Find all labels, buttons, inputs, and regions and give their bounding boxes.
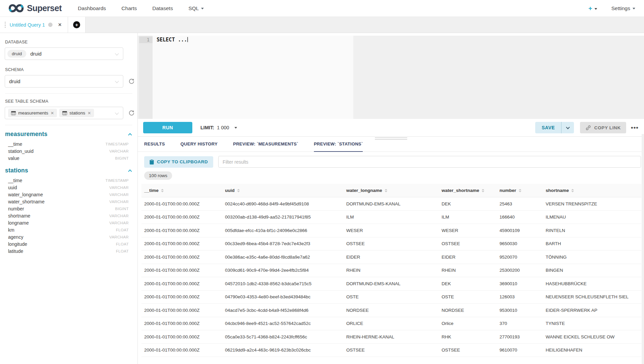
table-body: 2000-01-01T00:00:00.000Z0024cc40-d690-46… <box>141 197 641 357</box>
copy-link-label: COPY LINK <box>594 125 621 130</box>
header-cell-water_longname[interactable]: water_longname <box>344 184 439 197</box>
sort-icon[interactable] <box>161 189 164 192</box>
close-tab-icon[interactable]: ✕ <box>58 22 62 27</box>
chip-remove-icon[interactable]: ✕ <box>88 111 91 115</box>
chip-remove-icon[interactable]: ✕ <box>51 111 54 115</box>
column-name: station_uuid <box>8 148 34 154</box>
query-status-dot <box>48 23 53 27</box>
table-cell: 370 <box>497 321 543 326</box>
table-cell: BINGEN <box>543 268 641 273</box>
table-schema-select[interactable]: measurements✕stations✕ <box>5 107 123 119</box>
copy-to-clipboard-button[interactable]: COPY TO CLIPBOARD <box>144 156 213 168</box>
column-type: BIGINT <box>115 207 129 211</box>
schema-table-header-stations[interactable]: stations <box>5 167 133 174</box>
nav-menu: DashboardsChartsDatasetsSQL <box>78 5 219 11</box>
tab-results[interactable]: RESULTS <box>144 137 165 152</box>
table-chip-measurements[interactable]: measurements✕ <box>8 109 57 117</box>
brand[interactable]: Superset <box>9 3 62 13</box>
table-row: 2000-01-01T00:00:00.000Z04acd7e5-3cbc-4c… <box>141 304 641 317</box>
sort-icon[interactable] <box>385 189 387 192</box>
schema-select[interactable]: druid <box>5 75 123 88</box>
table-cell: 05ca0e33-5c71-4368-b824-2243fcff656c <box>222 334 344 339</box>
run-button[interactable]: RUN <box>143 122 192 133</box>
header-cell-water_shortname[interactable]: water_shortname <box>439 184 497 197</box>
table-row: 2000-01-01T00:00:00.000Z04572010-1db2-43… <box>141 277 641 291</box>
column-row: longitudeFLOAT <box>5 240 133 247</box>
save-button[interactable]: SAVE <box>535 122 561 133</box>
table-cell: 00e386ac-e35c-4a6e-80dd-f8cd8a9e7a62 <box>222 255 344 260</box>
header-label: uuid <box>225 188 235 193</box>
editor-text-area[interactable]: 1 SELECT ... <box>139 36 353 119</box>
column-row: __timeTIMESTAMP <box>5 177 133 184</box>
header-cell-uuid[interactable]: uuid <box>222 184 344 197</box>
schema-table-header-measurements[interactable]: measurements <box>5 131 133 138</box>
table-cell: OSTE <box>344 294 439 299</box>
table-cell: 2000-01-01T00:00:00.000Z <box>141 281 222 286</box>
column-type: FLOAT <box>116 249 129 253</box>
tab-preview-measurements[interactable]: PREVIEW: `MEASUREMENTS` <box>233 137 298 152</box>
tab-query-history[interactable]: QUERY HISTORY <box>181 137 218 152</box>
table-cell: 0024cc40-d690-468d-84f9-4e9bf45d9108 <box>222 201 344 206</box>
sql-editor[interactable]: 1 SELECT ... <box>138 36 644 119</box>
header-cell-__time[interactable]: __time <box>141 184 222 197</box>
drag-handle[interactable] <box>375 137 407 140</box>
nav-item-charts[interactable]: Charts <box>122 5 137 11</box>
nav-item-sql[interactable]: SQL <box>188 5 204 11</box>
copy-to-clipboard-label: COPY TO CLIPBOARD <box>157 159 208 164</box>
table-row: 2000-01-01T00:00:00.000Z00e386ac-e35c-4a… <box>141 251 641 264</box>
query-tabbar: Untitled Query 1 ✕ + <box>0 17 644 33</box>
column-row: shortnameVARCHAR <box>5 212 133 219</box>
results-scrollbar[interactable] <box>642 134 644 364</box>
nav-item-dashboards[interactable]: Dashboards <box>78 5 106 11</box>
sort-icon[interactable] <box>519 189 521 192</box>
new-tab-button[interactable]: + <box>68 17 86 33</box>
more-options-button[interactable]: ••• <box>631 126 639 129</box>
link-icon <box>585 125 591 131</box>
header-label: number <box>500 188 516 193</box>
table-cell: NORDSEE <box>439 308 497 313</box>
results-controls: COPY TO CLIPBOARD <box>138 152 644 168</box>
new-item-menu[interactable]: + <box>588 5 597 12</box>
column-row: latitudeFLOAT <box>5 247 133 255</box>
chevron-down-icon <box>633 8 635 9</box>
nav-item-datasets[interactable]: Datasets <box>152 5 173 11</box>
table-cell: 25300200 <box>497 268 543 273</box>
column-name: shortname <box>8 213 30 219</box>
table-cell: ILMENAU <box>543 214 641 220</box>
header-cell-shortname[interactable]: shortname <box>543 184 641 197</box>
table-cell: 2000-01-01T00:00:00.000Z <box>141 268 222 273</box>
sort-icon[interactable] <box>482 189 484 192</box>
tab-preview-stations[interactable]: PREVIEW: `STATIONS` <box>314 137 363 152</box>
tab-drag-handle-icon[interactable] <box>5 22 6 28</box>
limit-control[interactable]: LIMIT: 1 000 <box>200 125 237 130</box>
table-schema-refresh-button[interactable] <box>128 109 135 117</box>
table-cell: RHEIN-HERNE-KANAL <box>344 334 439 339</box>
copy-link-button[interactable]: COPY LINK <box>580 122 626 133</box>
table-schema-label: SEE TABLE SCHEMA <box>5 99 133 104</box>
sort-icon[interactable] <box>571 189 574 192</box>
query-tab[interactable]: Untitled Query 1 ✕ <box>0 17 68 33</box>
table-cell: 9610070 <box>497 348 543 353</box>
table-cell: 2000-01-01T00:00:00.000Z <box>141 308 222 313</box>
editor-gutter: 1 <box>139 36 153 119</box>
schema-refresh-button[interactable] <box>128 77 135 86</box>
save-dropdown-button[interactable] <box>561 122 574 133</box>
table-cell: DORTMUND-EMS-KANAL <box>344 201 439 206</box>
column-row: longnameVARCHAR <box>5 219 133 226</box>
sort-icon[interactable] <box>237 189 240 192</box>
column-row: station_uuidVARCHAR <box>5 147 133 155</box>
table-row: 2000-01-01T00:00:00.000Z04cbc946-8ee9-45… <box>141 317 641 331</box>
table-cell: 003200ab-d138-49d9-aa52-217817941f85 <box>222 214 344 220</box>
settings-menu[interactable]: Settings <box>611 5 635 11</box>
filter-results-input[interactable] <box>218 156 641 168</box>
table-cell: Orlice <box>439 321 497 326</box>
table-chip-stations[interactable]: stations✕ <box>59 109 94 117</box>
table-name: stations <box>5 167 28 174</box>
schema-table-section-stations: stations__timeTIMESTAMPuuidVARCHARwater_… <box>5 167 133 255</box>
database-select[interactable]: druid druid <box>5 47 123 60</box>
column-type: FLOAT <box>116 228 129 232</box>
column-row: water_shortnameVARCHAR <box>5 198 133 205</box>
header-cell-number[interactable]: number <box>497 184 543 197</box>
table-cell: WESER <box>344 228 439 233</box>
table-cell: ILM <box>439 214 497 220</box>
